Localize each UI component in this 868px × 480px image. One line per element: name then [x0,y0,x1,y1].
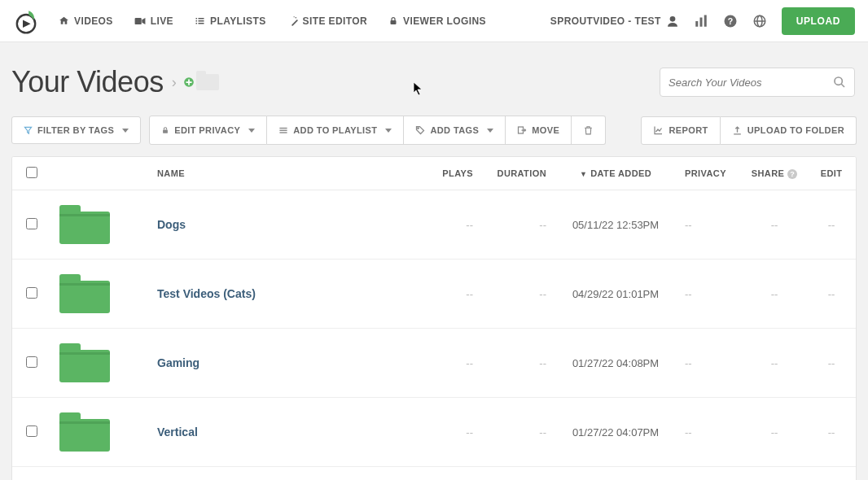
privacy-value: -- [685,357,692,369]
move-button[interactable]: MOVE [506,116,572,145]
report-label: REPORT [669,125,708,135]
svg-line-23 [841,84,844,87]
folder-name-link[interactable]: Dogs [157,218,186,231]
col-privacy[interactable]: PRIVACY [677,157,742,190]
caret-down-icon [122,129,129,133]
svg-text:?: ? [728,15,733,25]
folder-icon[interactable] [59,412,110,452]
account-menu[interactable]: SPROUTVIDEO - TEST [550,15,679,28]
svg-rect-24 [163,130,168,133]
upload-button[interactable]: UPLOAD [782,7,855,35]
folder-icon[interactable] [59,343,110,382]
col-date-added[interactable]: ▼DATE ADDED [555,157,677,190]
edit-privacy-button[interactable]: EDIT PRIVACY [149,116,267,145]
svg-point-28 [418,128,419,129]
nav-viewer-logins-label: VIEWER LOGINS [403,15,486,27]
col-edit[interactable]: EDIT [807,157,856,190]
edit-value: -- [828,357,835,369]
question-circle-icon: ? [787,169,797,179]
svg-rect-4 [196,20,198,22]
col-plays[interactable]: PLAYS [424,157,481,190]
svg-rect-11 [391,20,397,24]
date-value: 04/29/22 01:01PM [572,288,659,300]
breadcrumb-separator: › [172,74,177,91]
table-row: Dogs -- -- 05/11/22 12:53PM -- -- -- [12,190,856,260]
lock-icon [161,125,169,135]
new-folder-button[interactable] [183,74,219,90]
page-header: Your Videos › [0,42,868,116]
folder-icon[interactable] [59,205,110,244]
table-row: Vertical -- -- 01/27/22 04:07PM -- -- -- [12,398,856,467]
privacy-value: -- [685,288,692,300]
folder-name-link[interactable]: Test Videos (Cats) [157,287,256,300]
svg-rect-3 [199,18,204,20]
nav-site-editor[interactable]: SITE EDITOR [287,15,368,27]
col-name-label: NAME [157,168,185,178]
search-input[interactable] [669,76,826,89]
search-icon[interactable] [833,76,846,89]
caret-down-icon [487,129,493,133]
folder-icon[interactable] [59,274,110,313]
nav-links: VIDEOS LIVE PLAYLISTS SITE EDITOR VIEWER… [59,15,486,27]
svg-rect-13 [695,21,698,27]
help-link[interactable]: ? [723,14,738,28]
col-name[interactable]: NAME [149,157,424,190]
sort-desc-icon: ▼ [580,170,587,178]
folder-name-link[interactable]: Vertical [157,425,198,439]
svg-rect-7 [199,23,204,24]
svg-point-9 [295,17,296,19]
row-checkbox[interactable] [26,287,37,299]
col-duration-label: DURATION [498,168,546,178]
date-value: 05/11/22 12:53PM [572,219,659,231]
delete-button[interactable] [572,116,606,145]
svg-rect-2 [196,18,198,20]
site-link[interactable] [752,14,767,28]
row-checkbox[interactable] [26,218,37,229]
add-to-playlist-label: ADD TO PLAYLIST [293,125,377,135]
globe-icon [752,14,767,28]
row-checkbox[interactable] [26,425,37,437]
folder-placeholder-icon [196,74,219,90]
share-value: -- [771,288,778,300]
user-icon [666,15,679,28]
edit-value: -- [828,288,835,300]
row-checkbox[interactable] [26,356,37,368]
nav-live[interactable]: LIVE [134,15,173,27]
svg-point-22 [835,77,842,85]
svg-rect-15 [704,15,706,26]
plays-value: -- [466,357,473,369]
filter-by-tags-label: FILTER BY TAGS [37,125,114,135]
lock-icon [388,15,398,26]
toolbar: FILTER BY TAGS EDIT PRIVACY ADD TO PLAYL… [0,116,868,156]
nav-videos[interactable]: VIDEOS [59,15,113,27]
nav-playlists-label: PLAYLISTS [210,15,266,27]
edit-value: -- [828,426,835,439]
filter-by-tags-button[interactable]: FILTER BY TAGS [11,116,141,144]
table-header-row: NAME PLAYS DURATION ▼DATE ADDED PRIVACY … [12,157,856,190]
upload-to-folder-label: UPLOAD TO FOLDER [747,125,844,135]
upload-to-folder-button[interactable]: UPLOAD TO FOLDER [721,116,857,145]
analytics-link[interactable] [694,14,708,28]
page-title: Your Videos [11,65,164,99]
brand-logo[interactable] [13,8,39,34]
camera-icon [134,16,146,26]
col-share[interactable]: SHARE? [742,157,807,190]
folder-name-link[interactable]: Gaming [157,356,199,369]
nav-viewer-logins[interactable]: VIEWER LOGINS [388,15,486,27]
add-to-playlist-button[interactable]: ADD TO PLAYLIST [267,116,404,145]
add-tags-label: ADD TAGS [430,125,479,135]
nav-site-editor-label: SITE EDITOR [303,15,368,27]
search-box[interactable] [660,68,855,97]
filter-icon [24,125,33,135]
svg-rect-6 [196,23,198,24]
add-tags-button[interactable]: ADD TAGS [404,116,506,145]
nav-right: SPROUTVIDEO - TEST ? UPLOAD [550,7,855,35]
nav-playlists[interactable]: PLAYLISTS [195,15,266,27]
caret-down-icon [248,129,255,133]
plus-circle-icon [183,76,195,88]
select-all-checkbox[interactable] [26,167,37,178]
table-row: Playlist Test Videos -- -- 01/27/22 03:5… [12,467,856,481]
report-button[interactable]: REPORT [641,116,720,145]
col-duration[interactable]: DURATION [481,157,555,190]
upload-icon [732,125,743,136]
